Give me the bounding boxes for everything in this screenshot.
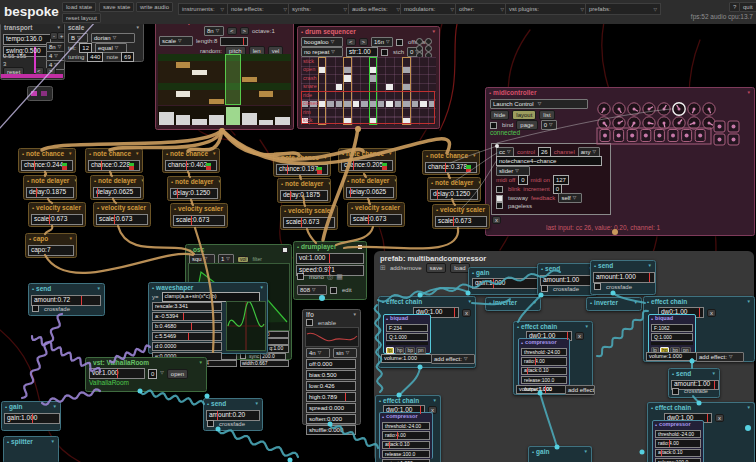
collapse-icon[interactable]: ▼ (255, 402, 259, 407)
module-dot-icon[interactable]: • (171, 179, 173, 185)
velocity-bar[interactable] (242, 113, 257, 125)
gain-slider[interactable]: gain:1.000 (4, 413, 60, 424)
chance-slider[interactable]: chance:0.378 (425, 162, 477, 173)
a-slider[interactable]: a:-0.5394 (152, 312, 222, 321)
collapse-icon[interactable]: ▼ (199, 361, 203, 366)
adsr-filter-tab[interactable]: filter (252, 257, 261, 262)
collapse-icon[interactable]: ▼ (97, 287, 101, 292)
prefab-load-button[interactable]: load (450, 263, 469, 273)
module-dot-icon[interactable]: • (32, 286, 34, 292)
menu-prefabs[interactable]: prefabs:▽ (585, 3, 661, 15)
module-dot-icon[interactable]: • (672, 371, 674, 377)
collapse-icon[interactable]: ▼ (327, 182, 330, 187)
threshold-slider[interactable]: threshold:-24.00 (382, 422, 430, 430)
module-dot-icon[interactable]: • (351, 205, 353, 211)
collapse-icon[interactable]: ▼ (353, 313, 357, 318)
release-slider[interactable]: release:100.0 (382, 450, 430, 458)
menu-other[interactable]: other:▽ (455, 3, 508, 15)
module-dot-icon[interactable]: • (436, 207, 438, 213)
chance-slider[interactable]: chance:0.205 (341, 160, 393, 171)
collapse-icon[interactable]: ▼ (432, 30, 436, 35)
note-cell[interactable] (176, 62, 191, 67)
module-dot-icon[interactable]: • (472, 270, 474, 276)
delay-slider[interactable]: delay:0.0625 (93, 187, 141, 198)
filter-q-slider[interactable]: q:1.00 (267, 345, 289, 352)
module-dot-icon[interactable]: • (277, 155, 279, 161)
module-dot-icon[interactable]: • (647, 299, 649, 305)
collapse-icon[interactable]: ▼ (53, 405, 57, 410)
close-binding-button[interactable]: x (492, 216, 501, 224)
collapse-icon[interactable]: ▼ (140, 179, 143, 184)
mini-knob[interactable] (416, 38, 423, 45)
capo-slider[interactable]: capo:7 (28, 245, 74, 256)
threshold-slider[interactable]: threshold:-24.00 (521, 348, 567, 356)
collapse-icon[interactable]: ▼ (712, 372, 716, 377)
collapse-icon[interactable]: ▼ (747, 406, 751, 411)
delay-slider[interactable]: delay:0.1250 (170, 188, 218, 199)
mini-module[interactable] (27, 86, 53, 101)
save-state-button[interactable]: save state (99, 2, 134, 12)
crossfade-checkbox[interactable] (207, 420, 214, 427)
ratio-slider[interactable]: ratio:4.00 (655, 439, 701, 447)
add-remove-icon[interactable]: ⊞ (380, 264, 386, 272)
module-dot-icon[interactable]: • (651, 316, 653, 322)
stochastic-checkbox[interactable] (381, 49, 388, 56)
page-dropdown[interactable]: 0▽ (541, 120, 557, 130)
collapse-icon[interactable]: ▼ (135, 152, 139, 157)
enable-checkbox[interactable] (306, 319, 313, 326)
strength-slider[interactable]: str:1.00 (346, 47, 378, 57)
rescale-slider[interactable]: rescale:3.341 (152, 302, 222, 311)
drum-grid[interactable]: stickopencrashsnarerideclosedrimkick (301, 57, 436, 125)
module-dot-icon[interactable]: • (97, 205, 99, 211)
mode-pn-button[interactable]: pn (416, 347, 426, 354)
module-dot-icon[interactable]: • (489, 300, 491, 306)
collapse-icon[interactable]: ▼ (260, 286, 264, 291)
module-dot-icon[interactable]: • (89, 151, 91, 157)
d-slider[interactable]: d:0.0000 (152, 342, 222, 351)
module-dot-icon[interactable]: • (651, 405, 653, 411)
tempo-slider[interactable]: tempo:136.0 (3, 34, 51, 45)
c-slider[interactable]: c:5.5469 (152, 332, 222, 341)
chance-slider[interactable]: chance:0.402 (165, 160, 217, 171)
attack-slider[interactable]: attack:0.10 (521, 367, 567, 375)
scale-button[interactable]: scale▽ (159, 36, 193, 46)
module-dot-icon[interactable]: • (517, 324, 519, 330)
tuning-field[interactable]: 440 (87, 52, 103, 62)
module-dot-icon[interactable]: • (590, 300, 592, 306)
collapse-icon[interactable]: ▼ (323, 156, 327, 161)
reset-layout-button[interactable]: reset layout (62, 13, 101, 23)
collapse-icon[interactable]: ▼ (477, 181, 480, 186)
scale-slider[interactable]: scale:0.673 (31, 214, 83, 225)
module-dot-icon[interactable]: • (29, 236, 31, 242)
chance-slider[interactable]: chance:0.197 (276, 164, 328, 175)
note-cell[interactable] (242, 77, 257, 82)
pad-grid-icon[interactable]: ▦ (336, 273, 343, 280)
crossfade-checkbox[interactable] (594, 283, 601, 290)
module-dot-icon[interactable]: • (541, 266, 543, 272)
lfo-interval-dropdown[interactable]: 4n▽ (306, 348, 330, 358)
collapse-icon[interactable]: ▼ (634, 301, 638, 306)
kit-dropdown[interactable]: 808▽ (297, 285, 327, 295)
lfo-shape-dropdown[interactable]: sin▽ (333, 348, 357, 358)
volume-slider[interactable]: volume:1.000 (646, 352, 698, 361)
off-slider[interactable]: off:0.000 (306, 359, 356, 369)
module-dot-icon[interactable]: • (166, 151, 168, 157)
edit-checkbox[interactable] (330, 287, 337, 294)
chance-slider[interactable]: chance:0.244 (21, 160, 73, 171)
velocity-bar[interactable] (275, 117, 290, 125)
module-dot-icon[interactable]: • (532, 449, 534, 455)
ratio-slider[interactable]: ratio:4.00 (382, 431, 430, 439)
collapse-icon[interactable]: ▼ (584, 450, 588, 455)
module-dot-icon[interactable]: • (655, 422, 657, 428)
mini-knob[interactable] (425, 45, 432, 52)
module-dot-icon[interactable]: • (174, 206, 176, 212)
menu-instruments[interactable]: instruments:▽ (178, 3, 228, 15)
module-dot-icon[interactable]: • (347, 178, 349, 184)
gain-slider[interactable]: gain:1.000 (472, 278, 540, 289)
note-cell[interactable] (192, 70, 207, 75)
sync-checkbox[interactable] (240, 353, 246, 359)
collapse-icon[interactable]: ▼ (388, 152, 392, 157)
drum-cell[interactable] (336, 84, 342, 91)
shuffle-slider[interactable]: shuffle:0.000 (306, 425, 356, 435)
release-slider[interactable]: release:100.0 (655, 458, 701, 462)
